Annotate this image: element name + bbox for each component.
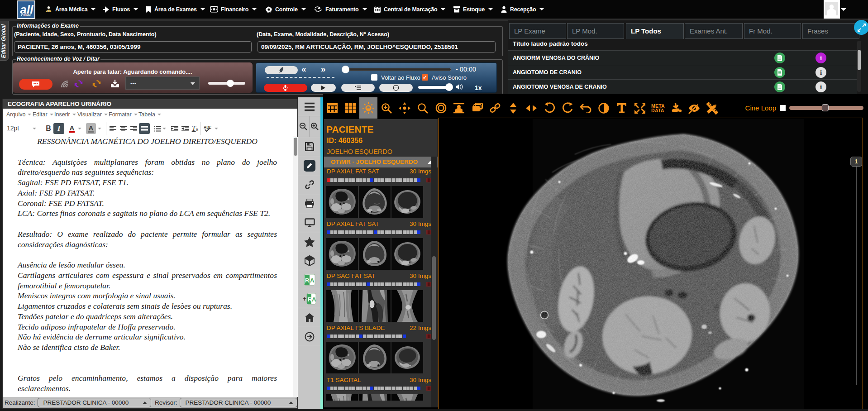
svg-text:R: R: [305, 277, 310, 284]
svg-text:A: A: [310, 277, 315, 284]
svg-text:ABC: ABC: [204, 125, 211, 129]
svg-text:+: +: [303, 295, 306, 302]
svg-text:A: A: [312, 296, 316, 303]
